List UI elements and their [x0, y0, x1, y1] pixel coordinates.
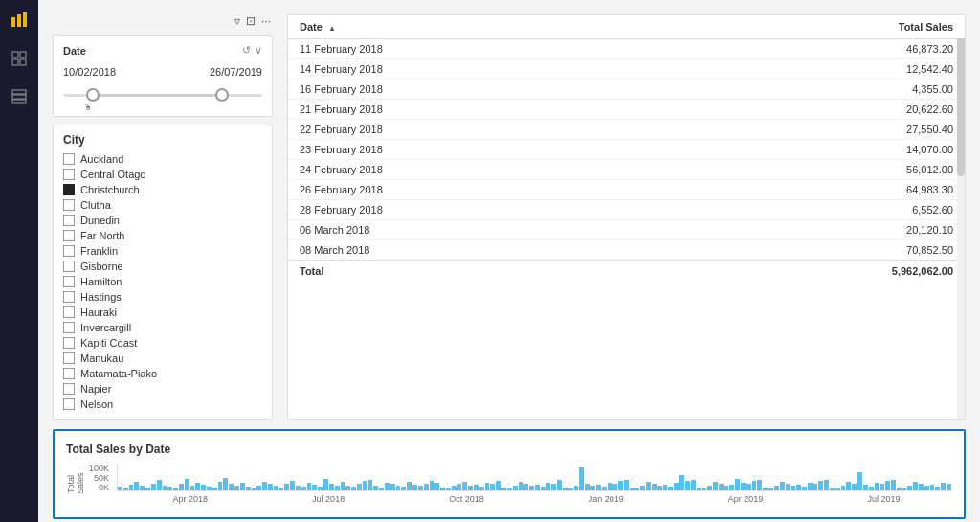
- chart-bar[interactable]: [935, 487, 940, 490]
- chart-bar[interactable]: [640, 486, 645, 490]
- chart-bar[interactable]: [329, 484, 334, 490]
- city-item[interactable]: Invercargill: [63, 321, 262, 334]
- chart-bar[interactable]: [685, 481, 690, 490]
- table-row[interactable]: 23 February 201814,070.00: [288, 140, 965, 160]
- city-item[interactable]: Gisborne: [63, 260, 262, 273]
- chart-bar[interactable]: [930, 485, 935, 490]
- chart-bar[interactable]: [585, 484, 590, 490]
- city-checkbox[interactable]: [63, 153, 75, 165]
- city-item[interactable]: Hauraki: [63, 306, 262, 319]
- chart-bar[interactable]: [618, 481, 623, 490]
- chart-bar[interactable]: [434, 483, 439, 490]
- chart-bar[interactable]: [318, 487, 323, 490]
- chart-bar[interactable]: [746, 484, 751, 490]
- chart-bar[interactable]: [274, 486, 278, 490]
- chart-bar[interactable]: [729, 485, 734, 490]
- chart-bar[interactable]: [373, 486, 378, 490]
- chart-bar[interactable]: [791, 486, 795, 490]
- format-icon[interactable]: ⊡: [246, 14, 256, 28]
- chart-bar[interactable]: [624, 480, 629, 490]
- chart-bar[interactable]: [880, 484, 884, 490]
- sales-column-header[interactable]: Total Sales: [665, 15, 965, 39]
- chart-bar[interactable]: [941, 483, 946, 490]
- city-checkbox[interactable]: [63, 199, 75, 211]
- chart-bar[interactable]: [786, 484, 791, 490]
- chart-bar[interactable]: [390, 484, 395, 490]
- chart-bar[interactable]: [635, 488, 640, 490]
- city-item[interactable]: Napier: [63, 382, 262, 396]
- chart-bar[interactable]: [252, 488, 256, 490]
- chart-bar[interactable]: [869, 487, 874, 490]
- chart-bar[interactable]: [496, 481, 501, 490]
- chart-bar[interactable]: [207, 487, 212, 490]
- table-row[interactable]: 24 February 201856,012.00: [288, 160, 965, 180]
- chart-bar[interactable]: [612, 484, 617, 490]
- chart-bar[interactable]: [551, 484, 556, 490]
- chart-bar[interactable]: [223, 478, 228, 490]
- chart-bar[interactable]: [535, 485, 540, 490]
- chart-bar[interactable]: [846, 482, 851, 490]
- reset-icon[interactable]: ↺: [242, 44, 251, 57]
- chart-bar[interactable]: [145, 488, 150, 490]
- date-column-header[interactable]: Date ▲: [288, 15, 665, 39]
- chart-bar[interactable]: [796, 485, 801, 490]
- chart-bar[interactable]: [885, 481, 890, 490]
- chart-bar[interactable]: [185, 479, 189, 490]
- chart-bar[interactable]: [195, 483, 200, 490]
- chart-bar[interactable]: [490, 484, 495, 490]
- city-checkbox[interactable]: [63, 184, 75, 195]
- chart-bar[interactable]: [902, 488, 907, 490]
- table-row[interactable]: 21 February 201820,622.60: [288, 100, 965, 120]
- chart-bar[interactable]: [307, 483, 312, 490]
- city-checkbox[interactable]: [63, 368, 75, 379]
- table-scrollbar[interactable]: [957, 15, 965, 419]
- chart-bar[interactable]: [519, 482, 523, 490]
- chart-bar[interactable]: [724, 486, 729, 490]
- chart-bar[interactable]: [707, 486, 712, 490]
- chart-bar[interactable]: [813, 484, 818, 490]
- chart-bar[interactable]: [646, 482, 651, 490]
- chart-bar[interactable]: [335, 486, 340, 490]
- chart-bar[interactable]: [574, 486, 579, 490]
- chart-bar[interactable]: [284, 484, 289, 490]
- chart-bar[interactable]: [290, 481, 295, 490]
- chart-bar[interactable]: [891, 480, 896, 490]
- chart-bar[interactable]: [262, 482, 267, 490]
- layers-icon[interactable]: [9, 86, 30, 107]
- chart-bar[interactable]: [296, 486, 301, 490]
- chart-bar[interactable]: [702, 488, 706, 490]
- chart-bar[interactable]: [663, 485, 668, 490]
- chart-bar[interactable]: [396, 486, 401, 490]
- city-checkbox[interactable]: [63, 169, 75, 180]
- end-date-label[interactable]: 26/07/2019: [210, 66, 262, 78]
- chart-bar[interactable]: [351, 487, 356, 490]
- table-row[interactable]: 26 February 201864,983.30: [288, 180, 965, 200]
- chart-bar[interactable]: [568, 488, 573, 490]
- table-row[interactable]: 06 March 201820,120.10: [288, 220, 965, 240]
- filter-icon[interactable]: ▿: [234, 14, 240, 28]
- chart-bar[interactable]: [212, 488, 217, 490]
- city-checkbox[interactable]: [63, 352, 75, 364]
- chart-bar[interactable]: [652, 484, 657, 490]
- table-scroll-wrapper[interactable]: Date ▲ Total Sales 11 February 201846,87…: [288, 15, 965, 419]
- city-item[interactable]: Far North: [63, 229, 262, 242]
- chart-bar[interactable]: [462, 482, 467, 490]
- chart-bar[interactable]: [163, 486, 167, 490]
- city-checkbox[interactable]: [63, 276, 75, 287]
- date-slider[interactable]: 🖱: [63, 85, 262, 104]
- chart-bar[interactable]: [446, 488, 451, 490]
- city-checkbox[interactable]: [63, 306, 75, 318]
- chart-bar[interactable]: [401, 487, 406, 490]
- chart-bar[interactable]: [129, 485, 134, 490]
- city-checkbox[interactable]: [63, 245, 75, 257]
- city-item[interactable]: Manukau: [63, 352, 262, 365]
- chart-bar[interactable]: [452, 486, 457, 490]
- slider-thumb-right[interactable]: [215, 88, 229, 102]
- chart-bar[interactable]: [190, 486, 195, 490]
- chart-bar[interactable]: [563, 488, 568, 490]
- chart-bar[interactable]: [852, 484, 857, 490]
- chart-bar[interactable]: [485, 483, 490, 490]
- chart-bar[interactable]: [513, 486, 518, 490]
- table-row[interactable]: 14 February 201812,542.40: [288, 59, 965, 79]
- chart-bar[interactable]: [468, 486, 473, 490]
